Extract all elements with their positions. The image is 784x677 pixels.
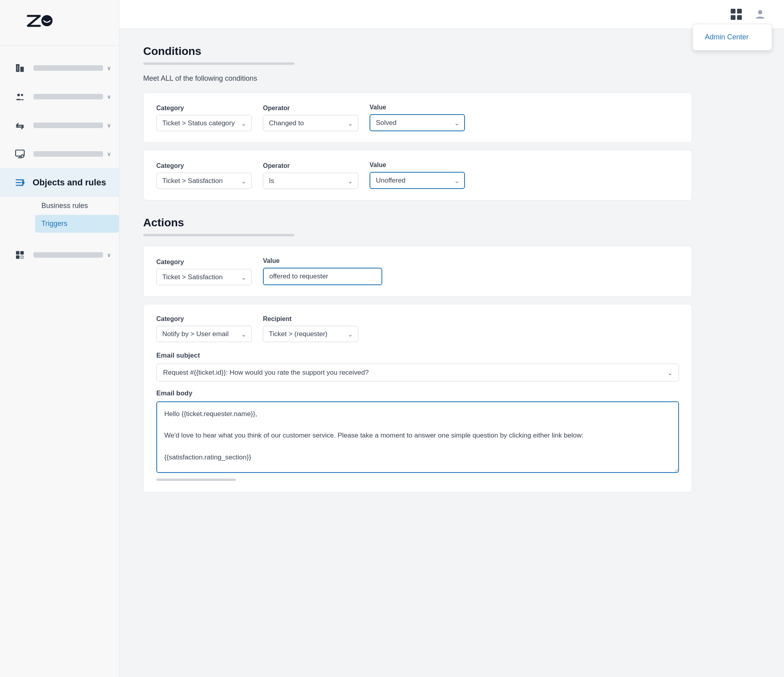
action1-category-select[interactable]: Ticket > Satisfaction xyxy=(156,269,252,285)
action2-recipient-label: Recipient xyxy=(263,315,358,323)
grid-cell-2 xyxy=(737,9,742,14)
action-card-1: Category Ticket > Satisfaction Value xyxy=(143,246,692,297)
sidebar-item-monitor[interactable]: ∨ xyxy=(0,140,119,168)
email-body-section: Email body Hello {{ticket.requester.name… xyxy=(156,389,679,475)
condition2-operator-group: Operator Is xyxy=(263,162,358,189)
action2-category-wrapper: Notify by > User email xyxy=(156,326,252,342)
top-bar: Admin Center xyxy=(119,0,784,29)
page-body: Conditions Meet ALL of the following con… xyxy=(119,29,716,516)
condition2-category-group: Category Ticket > Satisfaction xyxy=(156,162,252,189)
sidebar-sub-business-rules[interactable]: Business rules xyxy=(35,197,119,215)
action1-category-group: Category Ticket > Satisfaction xyxy=(156,259,252,285)
sidebar-monitor-chevron: ∨ xyxy=(107,151,111,157)
action1-category-label: Category xyxy=(156,259,252,266)
sidebar-item-buildings[interactable]: ∨ xyxy=(0,54,119,82)
condition2-value-group: Value Unoffered xyxy=(370,161,465,189)
condition2-value-label: Value xyxy=(370,161,465,169)
sidebar-item-objects-rules[interactable]: Objects and rules xyxy=(0,168,119,197)
svg-rect-13 xyxy=(20,251,24,255)
grid-icon[interactable] xyxy=(728,6,744,22)
sidebar-item-people[interactable]: ∨ xyxy=(0,82,119,111)
svg-rect-2 xyxy=(20,67,24,72)
condition2-category-wrapper: Ticket > Satisfaction xyxy=(156,173,252,189)
buildings-icon xyxy=(13,61,27,75)
condition1-value-group: Value Solved xyxy=(370,104,465,131)
main-content: Admin Center Conditions Meet ALL of the … xyxy=(119,0,784,677)
actions-divider xyxy=(143,234,294,236)
actions-title: Actions xyxy=(143,216,692,229)
sidebar-objects-rules-label: Objects and rules xyxy=(33,177,106,188)
email-body-scrollbar xyxy=(156,479,236,481)
action2-recipient-wrapper: Ticket > (requester) xyxy=(263,326,358,342)
sidebar-item-apps[interactable]: ∨ xyxy=(0,241,119,269)
conditions-section: Conditions Meet ALL of the following con… xyxy=(143,45,692,200)
sidebar-sub-items: Business rules Triggers xyxy=(0,197,119,233)
conditions-divider xyxy=(143,62,294,65)
action1-category-wrapper: Ticket > Satisfaction xyxy=(156,269,252,285)
svg-point-6 xyxy=(18,93,20,96)
grid-cell-3 xyxy=(731,15,735,20)
conditions-title: Conditions xyxy=(143,45,692,58)
sidebar: ∨ ∨ ∨ ∨ xyxy=(0,0,119,677)
email-body-label: Email body xyxy=(156,389,679,397)
arrows-icon xyxy=(13,118,27,132)
condition-row-2: Category Ticket > Satisfaction Operator … xyxy=(156,161,679,189)
condition1-value-wrapper: Solved xyxy=(370,114,465,131)
grid-cell-4 xyxy=(737,15,742,20)
condition1-category-wrapper: Ticket > Status category xyxy=(156,115,252,131)
action1-value-input[interactable] xyxy=(263,268,382,285)
condition2-operator-select[interactable]: Is xyxy=(263,173,358,189)
action1-value-group: Value xyxy=(263,257,382,285)
condition2-value-select[interactable]: Unoffered xyxy=(370,172,465,189)
condition2-operator-wrapper: Is xyxy=(263,173,358,189)
action2-category-group: Category Notify by > User email xyxy=(156,315,252,342)
action2-recipient-group: Recipient Ticket > (requester) xyxy=(263,315,358,342)
sidebar-nav: ∨ ∨ ∨ ∨ xyxy=(0,46,119,269)
condition2-category-select[interactable]: Ticket > Satisfaction xyxy=(156,173,252,189)
condition-card-2: Category Ticket > Satisfaction Operator … xyxy=(143,150,692,200)
action2-category-label: Category xyxy=(156,315,252,323)
svg-point-7 xyxy=(21,94,23,96)
sidebar-people-chevron: ∨ xyxy=(107,93,111,100)
condition1-category-label: Category xyxy=(156,105,252,112)
condition1-value-label: Value xyxy=(370,104,465,111)
zendesk-logo-icon xyxy=(24,12,56,32)
condition1-operator-group: Operator Changed to xyxy=(263,105,358,131)
sidebar-buildings-label xyxy=(33,65,103,71)
svg-rect-14 xyxy=(16,255,19,259)
svg-rect-4 xyxy=(18,68,18,68)
email-body-textarea[interactable]: Hello {{ticket.requester.name}}, We'd lo… xyxy=(156,401,679,473)
apps-icon xyxy=(13,248,27,262)
action2-category-select[interactable]: Notify by > User email xyxy=(156,326,252,342)
action2-recipient-select[interactable]: Ticket > (requester) xyxy=(263,326,358,342)
sidebar-arrows-chevron: ∨ xyxy=(107,122,111,128)
condition1-category-select[interactable]: Ticket > Status category xyxy=(156,115,252,131)
admin-center-link[interactable]: Admin Center xyxy=(693,27,772,47)
action1-value-label: Value xyxy=(263,257,382,265)
condition1-operator-wrapper: Changed to xyxy=(263,115,358,131)
condition1-value-select[interactable]: Solved xyxy=(370,114,465,131)
admin-center-dropdown: Admin Center xyxy=(693,24,772,51)
email-subject-wrapper: Request #{{ticket.id}}: How would you ra… xyxy=(156,364,679,381)
user-icon[interactable] xyxy=(752,6,768,22)
condition2-category-label: Category xyxy=(156,162,252,169)
svg-point-0 xyxy=(41,15,53,26)
actions-section: Actions Category Ticket > Satisfaction V xyxy=(143,216,692,492)
svg-point-16 xyxy=(758,10,763,14)
sidebar-people-label xyxy=(33,94,103,99)
condition-card-1: Category Ticket > Status category Operat… xyxy=(143,92,692,143)
condition-row-1: Category Ticket > Status category Operat… xyxy=(156,104,679,131)
sidebar-apps-chevron: ∨ xyxy=(107,252,111,258)
action-card-2: Category Notify by > User email Recipien… xyxy=(143,304,692,492)
sidebar-arrows-label xyxy=(33,123,103,128)
sidebar-buildings-chevron: ∨ xyxy=(107,65,111,71)
action-row-1: Category Ticket > Satisfaction Value xyxy=(156,257,679,285)
condition1-operator-select[interactable]: Changed to xyxy=(263,115,358,131)
sidebar-monitor-label xyxy=(33,151,103,157)
condition2-value-wrapper: Unoffered xyxy=(370,172,465,189)
sidebar-item-arrows[interactable]: ∨ xyxy=(0,111,119,140)
email-subject-select[interactable]: Request #{{ticket.id}}: How would you ra… xyxy=(156,364,679,381)
condition2-operator-label: Operator xyxy=(263,162,358,169)
condition1-operator-label: Operator xyxy=(263,105,358,112)
sidebar-sub-triggers[interactable]: Triggers xyxy=(35,215,119,233)
